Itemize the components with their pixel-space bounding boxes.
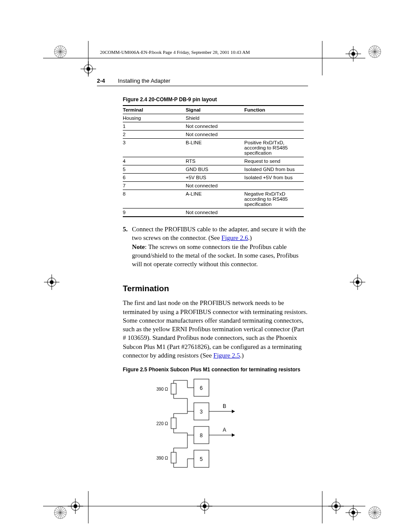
th-function: Function: [244, 106, 304, 114]
svg-line-13: [58, 46, 62, 57]
pin-layout-table: Terminal Signal Function HousingShield 1…: [123, 105, 304, 217]
table-row: 7Not connected: [123, 182, 304, 190]
svg-point-17: [369, 507, 381, 519]
table-row: 8A-LINENegative RxD/TxD according to RS4…: [123, 190, 304, 208]
svg-text:3: 3: [200, 409, 203, 415]
svg-text:390 Ω: 390 Ω: [156, 387, 168, 392]
svg-point-31: [356, 280, 359, 284]
svg-point-35: [74, 504, 77, 508]
table-row: HousingShield: [123, 114, 304, 122]
step-5: 5. Connect the PROFIBUS cable to the ada…: [123, 225, 308, 268]
figure-2-5-caption: Figure 2.5 Phoenix Subcon Plus M1 connec…: [123, 367, 308, 373]
svg-text:5: 5: [200, 456, 203, 462]
svg-point-18: [84, 65, 93, 73]
table-row: 5GND BUSIsolated GND from bus: [123, 165, 304, 174]
svg-line-11: [55, 50, 66, 54]
termination-paragraph: The first and last node on the PROFIBUS …: [123, 299, 308, 360]
svg-point-46: [349, 508, 358, 517]
table-row: 9Not connected: [123, 208, 304, 217]
table-row: 4RTSRequest to send: [123, 157, 304, 165]
svg-rect-59: [171, 418, 176, 429]
svg-point-27: [50, 280, 53, 284]
svg-marker-68: [232, 433, 235, 437]
svg-point-47: [352, 511, 355, 514]
svg-point-26: [47, 278, 56, 286]
svg-text:A: A: [223, 427, 226, 433]
svg-line-10: [56, 47, 65, 56]
figure-2-6-link[interactable]: Figure 2.6: [221, 234, 248, 241]
step-number: 5.: [123, 225, 128, 268]
svg-text:220 Ω: 220 Ω: [156, 421, 168, 426]
note-label: Note: [132, 243, 145, 250]
table-row: 2Not connected: [123, 131, 304, 139]
step-text: Connect the PROFIBUS cable to the adapte…: [132, 226, 305, 241]
svg-point-16: [54, 507, 66, 519]
svg-text:B: B: [223, 403, 226, 409]
svg-point-30: [353, 278, 362, 286]
svg-text:390 Ω: 390 Ω: [156, 456, 168, 460]
running-header: 2-4 Installing the Adapter: [97, 78, 308, 86]
figure-2-5-link[interactable]: Figure 2.5: [213, 352, 240, 359]
svg-point-23: [352, 52, 355, 56]
svg-point-34: [71, 502, 80, 510]
svg-point-43: [334, 504, 338, 508]
svg-text:6: 6: [200, 385, 203, 391]
svg-point-38: [200, 502, 209, 510]
page-content: 2-4 Installing the Adapter Figure 2.4 20…: [97, 78, 308, 478]
chapter-title: Installing the Adapter: [118, 78, 170, 84]
termination-heading: Termination: [123, 284, 308, 293]
th-terminal: Terminal: [123, 106, 186, 114]
svg-rect-58: [171, 383, 176, 394]
svg-point-42: [332, 502, 340, 510]
table-row: 1Not connected: [123, 122, 304, 131]
svg-point-39: [203, 504, 206, 508]
doc-info-line: 20COMM-UM006A-EN-P.book Page 4 Friday, S…: [100, 50, 250, 55]
svg-marker-65: [232, 410, 235, 413]
svg-line-14: [58, 46, 62, 57]
note-text: : The screws on some connectors tie the …: [132, 243, 299, 268]
figure-2-4-caption: Figure 2.4 20-COMM-P DB-9 pin layout: [123, 96, 308, 103]
th-signal: Signal: [186, 106, 244, 114]
svg-point-22: [349, 50, 358, 58]
svg-point-15: [369, 46, 381, 58]
terminating-resistor-diagram: 6 3 8 5 390 Ω 220 Ω 390 Ω: [149, 377, 308, 478]
table-row: 3B-LINEPositive RxD/TxD, according to RS…: [123, 139, 304, 157]
page-number: 2-4: [97, 78, 105, 84]
svg-line-12: [55, 50, 66, 54]
table-row: 6+5V BUSIsolated +5V from bus: [123, 174, 304, 182]
svg-rect-60: [171, 452, 176, 463]
svg-point-6: [54, 46, 66, 58]
svg-line-9: [56, 47, 65, 56]
svg-text:8: 8: [200, 432, 203, 439]
svg-point-19: [87, 67, 90, 71]
